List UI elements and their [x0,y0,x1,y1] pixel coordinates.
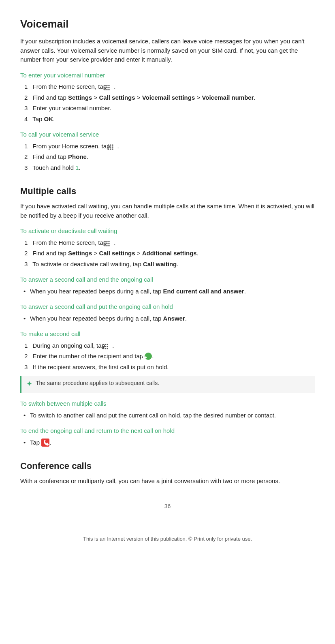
bullet-item: When you hear repeated beeps during a ca… [26,314,315,323]
svg-rect-32 [107,346,108,347]
svg-rect-26 [109,245,110,246]
svg-rect-12 [108,146,109,148]
svg-rect-21 [105,243,106,244]
svg-rect-8 [109,89,110,90]
grid-icon [108,240,114,246]
svg-rect-7 [107,89,108,90]
svg-rect-33 [103,348,104,349]
bullet-item: To switch to another call and put the cu… [26,411,315,420]
step-item: 1 During an ongoing call, tap . [24,341,315,351]
svg-rect-15 [108,148,109,150]
make-second-steps: 1 During an ongoing call, tap . 2 Enter … [20,341,315,372]
step-text: Find and tap Phone. [33,153,89,160]
tip-box: ✦ The same procedure applies to subseque… [20,376,315,393]
step-item: 1 From the Home screen, tap . [24,82,315,92]
svg-rect-27 [103,344,104,345]
enter-voicemail-steps: 1 From the Home screen, tap . 2 Find and… [20,82,315,124]
step-text: Tap OK. [32,116,55,122]
svg-rect-11 [112,144,113,145]
answer-hold-bullets: When you hear repeated beeps during a ca… [20,314,315,323]
svg-rect-31 [105,346,106,347]
step-text: If the recipient answers, the first call… [33,364,169,370]
step-text: From the Home screen, tap . [33,83,116,90]
number-highlight: 1 [75,164,79,171]
step-text: To activate or deactivate call waiting, … [32,261,178,267]
step-text: From the Home screen, tap . [33,239,116,246]
svg-rect-2 [109,85,110,86]
svg-rect-23 [109,243,110,244]
step-text: During an ongoing call, tap . [33,342,114,349]
svg-rect-18 [105,241,106,242]
end-return-bullets: Tap . [20,438,315,447]
svg-rect-1 [107,85,108,86]
subsection-answer-end: To answer a second call and end the ongo… [20,275,315,285]
bullet-item: When you hear repeated beeps during a ca… [26,287,315,296]
subsection-enter-voicemail: To enter your voicemail number [20,71,315,80]
svg-rect-4 [107,87,108,88]
step-item: 1 From the Home screen, tap . [24,238,315,248]
grid-icon [108,84,114,90]
svg-rect-6 [105,89,106,90]
footer-text: This is an Internet version of this publ… [20,535,315,543]
activate-waiting-steps: 1 From the Home screen, tap . 2 Find and… [20,238,315,269]
svg-rect-30 [103,346,104,347]
step-text: Enter the number of the recipient and ta… [33,353,154,359]
svg-rect-5 [109,87,110,88]
switch-calls-bullets: To switch to another call and put the cu… [20,411,315,420]
subsection-end-return: To end the ongoing call and return to th… [20,426,315,436]
step-text: Enter your voicemail number. [33,105,111,111]
subsection-make-second: To make a second call [20,329,315,339]
bullet-item: Tap . [26,438,315,447]
step-item: 3 If the recipient answers, the first ca… [24,363,315,372]
end-call-icon [41,439,49,447]
step-text: Find and tap Settings > Call settings > … [33,250,198,257]
conference-calls-title: Conference calls [20,459,315,473]
svg-rect-35 [107,348,108,349]
svg-rect-16 [110,148,111,150]
grid-icon [112,143,117,149]
tip-text: The same procedure applies to subsequent… [36,379,159,387]
subsection-activate-waiting: To activate or deactivate call waiting [20,227,315,236]
subsection-answer-hold: To answer a second call and put the ongo… [20,302,315,312]
subsection-call-voicemail: To call your voicemail service [20,130,315,139]
answer-end-bullets: When you hear repeated beeps during a ca… [20,287,315,296]
page-number: 36 [20,502,315,511]
step-text: Touch and hold 1. [32,164,80,171]
step-item: 2 Find and tap Settings > Call settings … [24,93,315,103]
multiple-calls-title: Multiple calls [20,184,315,198]
multiple-calls-description: If you have activated call waiting, you … [20,202,315,220]
svg-rect-19 [107,241,108,242]
step-item: 3 Touch and hold 1. [24,163,315,173]
step-item: 2 Find and tap Phone. [24,152,315,162]
svg-rect-22 [107,243,108,244]
step-item: 1 From your Home screen, tap . [24,142,315,151]
step-text: Find and tap Settings > Call settings > … [33,94,256,101]
voicemail-title: Voicemail [20,16,315,32]
voicemail-description: If your subscription includes a voicemai… [20,37,315,64]
step-item: 2 Enter the number of the recipient and … [24,352,315,361]
svg-rect-14 [112,146,113,148]
svg-rect-20 [109,241,110,242]
svg-rect-0 [105,85,106,86]
svg-rect-29 [107,344,108,345]
svg-rect-13 [110,146,111,148]
svg-rect-34 [105,348,106,349]
step-item: 2 Find and tap Settings > Call settings … [24,249,315,258]
svg-rect-17 [112,148,113,150]
svg-rect-25 [107,245,108,246]
step-item: 3 To activate or deactivate call waiting… [24,260,315,269]
svg-rect-24 [105,245,106,246]
svg-rect-10 [110,144,111,145]
subsection-switch-calls: To switch between multiple calls [20,399,315,409]
grid-icon-small [107,343,112,349]
svg-rect-9 [108,144,109,145]
step-text: From your Home screen, tap . [33,143,119,150]
call-voicemail-steps: 1 From your Home screen, tap . 2 Find an… [20,142,315,173]
svg-rect-28 [105,344,106,345]
step-item: 3 Enter your voicemail number. [24,104,315,113]
conference-calls-description: With a conference or multiparty call, yo… [20,477,315,486]
tip-icon: ✦ [26,379,32,389]
step-item: 4 Tap OK. [24,115,315,124]
svg-rect-3 [105,87,106,88]
